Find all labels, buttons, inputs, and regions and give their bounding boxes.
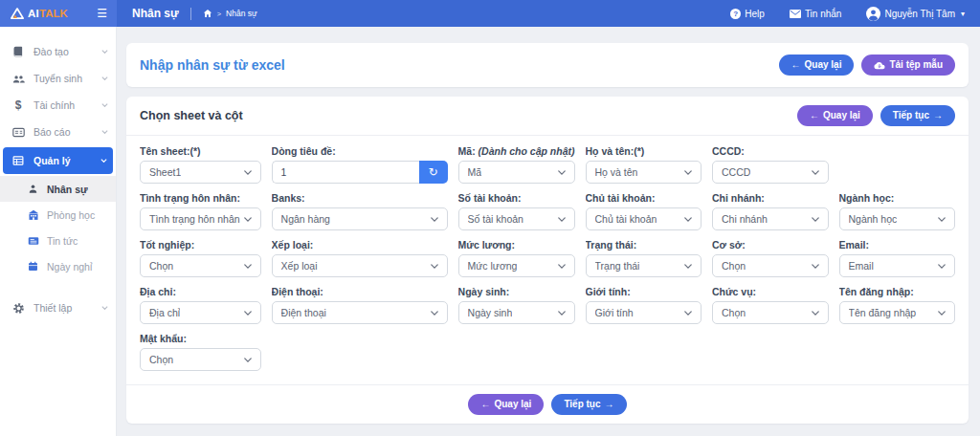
column-select[interactable]: Tình trạng hôn nhân (140, 207, 261, 230)
field-label: Họ và tên:(*) (586, 145, 702, 157)
chevron-down-icon (101, 130, 108, 134)
form-field: Trạng thái:Trạng thái (586, 239, 702, 277)
chevron-down-icon (244, 311, 252, 316)
submenu-item-phong-hoc[interactable]: Phòng học (0, 202, 116, 228)
column-select[interactable]: Chi nhánh (712, 207, 829, 230)
form-field: Mức lương:Mức lương (458, 239, 575, 277)
sheet-column-card-header: Chọn sheet và cột ← Quay lại Tiếp tục → (126, 97, 969, 136)
chevron-down-icon (101, 103, 108, 107)
column-select[interactable]: Chọn (712, 254, 829, 277)
chevron-down-icon (244, 217, 252, 222)
field-label: Tốt nghiệp: (140, 239, 261, 251)
card-continue-button[interactable]: Tiếp tục → (880, 105, 955, 126)
hamburger-menu-icon[interactable]: ☰ (97, 8, 107, 19)
sidebar-item-thiet-lap[interactable]: Thiết lập (0, 294, 116, 321)
form-field: Số tài khoản:Số tài khoản (458, 192, 575, 230)
user-menu[interactable]: Nguyễn Thị Tâm ▾ (866, 7, 965, 21)
app-logo[interactable]: AITALK (10, 7, 68, 20)
grid-spacer (839, 333, 955, 371)
sidebar-item-dao-tao[interactable]: Đào tạo (0, 38, 116, 65)
grid-spacer (272, 333, 448, 371)
chevron-down-icon (431, 264, 438, 269)
refresh-button[interactable]: ↻ (419, 161, 448, 184)
select-value: Họ và tên (595, 166, 638, 178)
column-select[interactable]: Tên đăng nhập (839, 301, 955, 324)
sidebar-item-label: Báo cáo (33, 126, 71, 138)
home-icon[interactable] (203, 9, 212, 18)
sidebar-item-tuyen-sinh[interactable]: Tuyển sinh (0, 65, 116, 92)
breadcrumb-current[interactable]: Nhân sự (226, 9, 257, 18)
select-value: Sheet1 (149, 166, 181, 178)
column-select[interactable]: Mức lương (458, 254, 575, 277)
column-select[interactable]: Email (839, 254, 955, 277)
chevron-down-icon (938, 264, 946, 269)
field-label: Tên sheet:(*) (140, 145, 261, 157)
chevron-down-icon (558, 311, 566, 316)
submenu-item-nhan-su[interactable]: Nhân sự (0, 176, 116, 202)
chevron-down-icon (812, 170, 819, 175)
select-value: Tên đăng nhập (849, 307, 917, 318)
form-field: Email:Email (839, 239, 955, 277)
column-select[interactable]: Địa chỉ (140, 301, 261, 324)
chevron-down-icon (101, 306, 108, 310)
column-select[interactable]: Giới tính (586, 301, 702, 324)
footer-continue-button[interactable]: Tiếp tục → (551, 394, 626, 415)
chevron-down-icon (812, 311, 819, 316)
column-select[interactable]: Trạng thái (586, 254, 702, 277)
dollar-icon: $ (11, 98, 25, 112)
column-select[interactable]: Chọn (140, 254, 261, 277)
download-template-button[interactable]: Tải tệp mẫu (861, 54, 955, 76)
column-select[interactable]: Số tài khoản (458, 207, 575, 230)
sidebar-item-bao-cao[interactable]: Báo cáo (0, 119, 116, 145)
select-value: Chủ tài khoản (595, 213, 657, 225)
arrow-left-icon: ← (791, 59, 801, 71)
card-back-button[interactable]: ← Quay lại (797, 105, 873, 126)
column-select[interactable]: Xếp loại (272, 254, 448, 277)
grid-spacer (839, 145, 955, 184)
field-label: Mức lương: (458, 239, 575, 251)
column-select[interactable]: Chọn (712, 301, 829, 324)
column-select[interactable]: Điện thoại (272, 301, 448, 324)
column-select[interactable]: Họ và tên (586, 161, 702, 184)
caret-down-icon: ▾ (961, 10, 965, 18)
chevron-down-icon (244, 358, 252, 362)
column-select[interactable]: CCCD (712, 161, 829, 184)
messages-link[interactable]: Tin nhắn (790, 9, 842, 19)
help-link[interactable]: ? Help (730, 9, 765, 19)
form-field: Điện thoại:Điện thoại (272, 286, 448, 324)
grid-spacer (712, 333, 829, 371)
form-field: Banks:Ngân hàng (272, 192, 448, 230)
submenu-item-label: Nhân sự (47, 184, 88, 195)
chevron-down-icon (938, 217, 946, 222)
submenu-item-tin-tuc[interactable]: Tin tức (0, 228, 116, 253)
form-field: Ngày sinh:Ngày sinh (458, 286, 575, 324)
sidebar-item-quan-ly[interactable]: Quản lý (3, 147, 113, 174)
form-field: CCCD:CCCD (712, 145, 829, 184)
chevron-down-icon (244, 264, 252, 269)
grid-spacer (458, 333, 575, 371)
column-select[interactable]: Chủ tài khoản (586, 207, 702, 230)
header-row-input[interactable] (272, 161, 419, 184)
select-value: Điện thoại (281, 307, 326, 318)
back-button-label: Quay lại (805, 59, 842, 71)
footer-back-button[interactable]: ← Quay lại (468, 394, 544, 415)
card-continue-label: Tiếp tục (893, 110, 929, 121)
sidebar-item-label: Tài chính (33, 99, 75, 111)
school-icon (27, 208, 39, 221)
column-select[interactable]: Sheet1 (140, 161, 261, 184)
submenu-item-ngay-nghi[interactable]: Ngày nghỉ (0, 253, 116, 279)
back-button[interactable]: ← Quay lại (779, 54, 855, 76)
page-header-card: Nhập nhân sự từ excel ← Quay lại Tải tệp… (126, 43, 969, 87)
sidebar-item-tai-chinh[interactable]: $ Tài chính (0, 92, 116, 119)
gears-icon (11, 301, 25, 315)
column-select[interactable]: Ngày sinh (458, 301, 575, 324)
column-select[interactable]: Chọn (140, 348, 261, 371)
select-value: Mức lương (468, 260, 518, 272)
field-label: Ngày sinh: (458, 286, 575, 297)
column-select[interactable]: Ngân hàng (272, 207, 448, 230)
column-select[interactable]: Mã (458, 161, 575, 184)
column-select[interactable]: Ngành học (839, 207, 955, 230)
footer-continue-label: Tiếp tục (564, 399, 600, 410)
chevron-down-icon (431, 311, 438, 316)
sidebar-item-label: Thiết lập (33, 302, 72, 314)
